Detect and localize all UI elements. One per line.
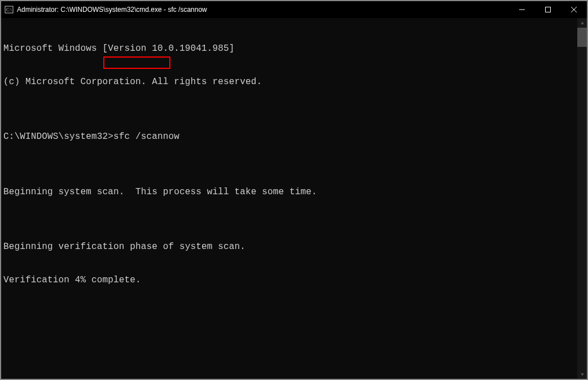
output-line: Microsoft Windows [Version 10.0.19041.98… [3, 43, 574, 55]
maximize-button[interactable] [535, 1, 561, 18]
svg-marker-7 [581, 373, 584, 376]
scroll-down-arrow-icon[interactable] [577, 369, 587, 379]
titlebar-left: C:\ Administrator: C:\WINDOWS\system32\c… [5, 5, 207, 14]
output-line: Beginning verification phase of system s… [3, 242, 574, 253]
output-line: Verification 4% complete. [3, 275, 574, 286]
terminal-area: Microsoft Windows [Version 10.0.19041.98… [1, 18, 587, 379]
terminal-output[interactable]: Microsoft Windows [Version 10.0.19041.98… [1, 18, 577, 379]
vertical-scrollbar[interactable] [577, 18, 587, 379]
prompt-prefix: C:\WINDOWS\system32> [3, 132, 113, 143]
prompt-line: C:\WINDOWS\system32>sfc /scannow [3, 132, 574, 143]
scroll-thumb[interactable] [577, 28, 587, 47]
svg-marker-6 [581, 21, 584, 24]
output-line: (c) Microsoft Corporation. All rights re… [3, 77, 574, 88]
svg-rect-3 [546, 7, 551, 12]
svg-text:C:\: C:\ [6, 7, 12, 12]
titlebar[interactable]: C:\ Administrator: C:\WINDOWS\system32\c… [1, 1, 587, 18]
cmd-icon: C:\ [5, 5, 14, 14]
close-button[interactable] [561, 1, 587, 18]
window-title: Administrator: C:\WINDOWS\system32\cmd.e… [17, 6, 207, 14]
output-line: Beginning system scan. This process will… [3, 187, 574, 198]
prompt-command: sfc /scannow [113, 132, 179, 143]
minimize-button[interactable] [509, 1, 535, 18]
window-controls [509, 1, 587, 18]
scroll-up-arrow-icon[interactable] [577, 18, 587, 28]
